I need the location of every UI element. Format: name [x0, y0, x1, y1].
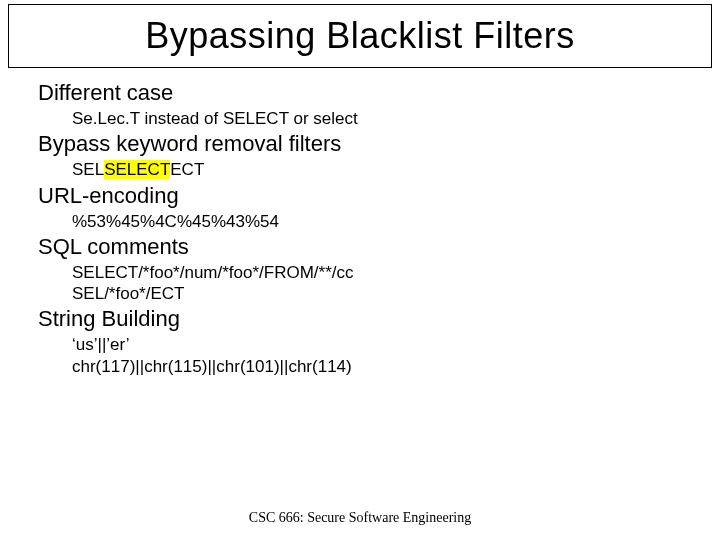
text-post: ECT	[170, 160, 204, 179]
heading-bypass-keyword: Bypass keyword removal filters	[38, 131, 700, 157]
example-string-building-1: ‘us’||’er’	[72, 334, 700, 355]
example-url-encoding: %53%45%4C%45%43%54	[72, 211, 700, 232]
text-pre: SEL	[72, 160, 104, 179]
text-highlight: SELECT	[104, 160, 170, 179]
example-bypass-keyword: SELSELECTECT	[72, 159, 700, 180]
slide-content: Different case Se.Lec.T instead of SELEC…	[38, 78, 700, 377]
heading-sql-comments: SQL comments	[38, 234, 700, 260]
example-sql-comments-2: SEL/*foo*/ECT	[72, 283, 700, 304]
example-different-case: Se.Lec.T instead of SELECT or select	[72, 108, 700, 129]
slide-footer: CSC 666: Secure Software Engineering	[0, 510, 720, 526]
example-sql-comments-1: SELECT/*foo*/num/*foo*/FROM/**/cc	[72, 262, 700, 283]
heading-string-building: String Building	[38, 306, 700, 332]
slide-title: Bypassing Blacklist Filters	[145, 15, 575, 57]
heading-url-encoding: URL-encoding	[38, 183, 700, 209]
heading-different-case: Different case	[38, 80, 700, 106]
example-string-building-2: chr(117)||chr(115)||chr(101)||chr(114)	[72, 356, 700, 377]
title-box: Bypassing Blacklist Filters	[8, 4, 712, 68]
